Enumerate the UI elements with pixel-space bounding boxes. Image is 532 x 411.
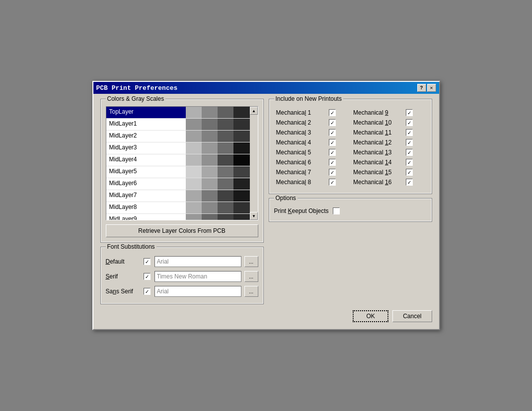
layer-color-strip [186,202,250,213]
layer-color-strip [186,131,250,142]
font-label: Serif [106,273,141,280]
options-group-label: Options [274,195,298,202]
layer-row[interactable]: MidLayer9 [106,214,258,220]
font-checkbox[interactable]: ✓ [144,258,151,265]
mechanical-checkbox[interactable]: ✓ [406,179,413,186]
mechanical-checkbox[interactable]: ✓ [329,119,336,126]
mechanical-checkbox[interactable]: ✓ [406,109,413,116]
mechanical-item: Mechanical 8✓ [274,178,350,187]
dialog-title: PCB Print Preferences [96,84,178,92]
help-button[interactable]: ? [417,84,426,92]
mechanical-item: Mechanical 4✓ [274,138,350,147]
layer-row[interactable]: MidLayer8 [106,202,258,214]
mechanical-item: Mechanical 7✓ [274,168,350,177]
layer-scrollbar[interactable]: ▲ ▼ [250,107,258,220]
mechanical-item: Mechanical 5✓ [274,148,350,157]
scroll-up-button[interactable]: ▲ [250,107,258,115]
layer-list[interactable]: TopLayerMidLayer1MidLayer2MidLayer3MidLa… [106,106,258,220]
dialog-content: Colors & Gray Scales TopLayerMidLayer1Mi… [93,94,439,329]
mechanical-label: Mechanical 5 [276,149,326,156]
close-button[interactable]: ✕ [427,84,436,92]
font-input[interactable] [154,256,241,267]
ok-button[interactable]: OK [353,310,388,322]
mechanical-grid: Mechanical 1✓Mechanical 9✓Mechanical 2✓M… [274,106,427,189]
mechanical-checkbox[interactable]: ✓ [406,149,413,156]
mechanical-label: Mechanical 16 [353,179,403,186]
mechanical-checkbox[interactable]: ✓ [406,159,413,166]
print-keepout-checkbox[interactable] [333,207,340,214]
mechanical-label: Mechanical 14 [353,159,403,166]
right-panel: Include on New Printouts Mechanical 1✓Me… [269,99,432,304]
layer-row[interactable]: MidLayer2 [106,131,258,142]
include-group-label: Include on New Printouts [274,95,343,102]
font-group-label: Font Substitutions [106,243,156,250]
layer-row[interactable]: MidLayer5 [106,166,258,178]
mechanical-item: Mechanical 2✓ [274,118,350,127]
mechanical-label: Mechanical 13 [353,149,403,156]
mechanical-checkbox[interactable]: ✓ [406,139,413,146]
layer-name: MidLayer8 [106,202,186,213]
mechanical-checkbox[interactable]: ✓ [329,169,336,176]
font-browse-button[interactable]: ... [244,286,258,297]
options-content: Print Keeput Objects [274,206,427,216]
mechanical-checkbox[interactable]: ✓ [329,129,336,136]
cancel-button[interactable]: Cancel [392,310,432,322]
mechanical-item: Mechanical 15✓ [351,168,427,177]
layer-name: TopLayer [106,107,186,118]
mechanical-label: Mechanical 7 [276,169,326,176]
mechanical-checkbox[interactable]: ✓ [329,139,336,146]
font-label: Sans Serif [106,288,141,295]
layer-row[interactable]: MidLayer1 [106,119,258,131]
font-input[interactable] [154,271,241,282]
scroll-track[interactable] [250,115,258,212]
left-panel: Colors & Gray Scales TopLayerMidLayer1Mi… [100,99,264,304]
layer-list-scroll[interactable]: TopLayerMidLayer1MidLayer2MidLayer3MidLa… [106,107,258,220]
layer-row[interactable]: MidLayer3 [106,142,258,154]
bottom-buttons: OK Cancel [100,310,432,322]
layer-color-strip [186,142,250,154]
mechanical-item: Mechanical 1✓ [274,108,350,117]
layer-color-strip [186,154,250,166]
layer-row[interactable]: MidLayer6 [106,178,258,190]
mechanical-item: Mechanical 10✓ [351,118,427,127]
mechanical-checkbox[interactable]: ✓ [406,129,413,136]
font-checkbox[interactable]: ✓ [144,273,151,280]
mechanical-checkbox[interactable]: ✓ [329,149,336,156]
mechanical-item: Mechanical 16✓ [351,178,427,187]
layer-name: MidLayer2 [106,131,186,142]
mechanical-checkbox[interactable]: ✓ [329,179,336,186]
font-substitutions-group: Font Substitutions Default✓...Serif✓...S… [100,247,264,304]
font-browse-button[interactable]: ... [244,271,258,282]
layer-name: MidLayer6 [106,178,186,190]
layer-row[interactable]: TopLayer [106,107,258,119]
mechanical-checkbox[interactable]: ✓ [329,159,336,166]
font-input[interactable] [154,286,241,297]
mechanical-item: Mechanical 3✓ [274,128,350,137]
mechanical-checkbox[interactable]: ✓ [406,169,413,176]
scroll-down-button[interactable]: ▼ [250,212,258,220]
mechanical-checkbox[interactable]: ✓ [406,119,413,126]
font-label: Default [106,258,141,265]
retrieve-colors-button[interactable]: Retrieve Layer Colors From PCB [106,224,258,237]
font-browse-button[interactable]: ... [244,256,258,267]
mechanical-label: Mechanical 12 [353,139,403,146]
mechanical-checkbox[interactable]: ✓ [329,109,336,116]
mechanical-item: Mechanical 13✓ [351,148,427,157]
layer-row[interactable]: MidLayer7 [106,190,258,202]
mechanical-label: Mechanical 15 [353,169,403,176]
layer-color-strip [186,119,250,130]
layer-color-strip [186,190,250,202]
layer-name: MidLayer4 [106,154,186,166]
mechanical-label: Mechanical 3 [276,129,326,136]
mechanical-item: Mechanical 14✓ [351,158,427,167]
mechanical-item: Mechanical 11✓ [351,128,427,137]
main-area: Colors & Gray Scales TopLayerMidLayer1Mi… [100,99,432,304]
layer-color-strip [186,178,250,190]
layer-row[interactable]: MidLayer4 [106,154,258,166]
layer-name: MidLayer1 [106,119,186,130]
mechanical-item: Mechanical 6✓ [274,158,350,167]
font-checkbox[interactable]: ✓ [144,288,151,295]
layer-name: MidLayer3 [106,142,186,154]
options-group: Options Print Keeput Objects [269,198,432,222]
mechanical-label: Mechanical 4 [276,139,326,146]
